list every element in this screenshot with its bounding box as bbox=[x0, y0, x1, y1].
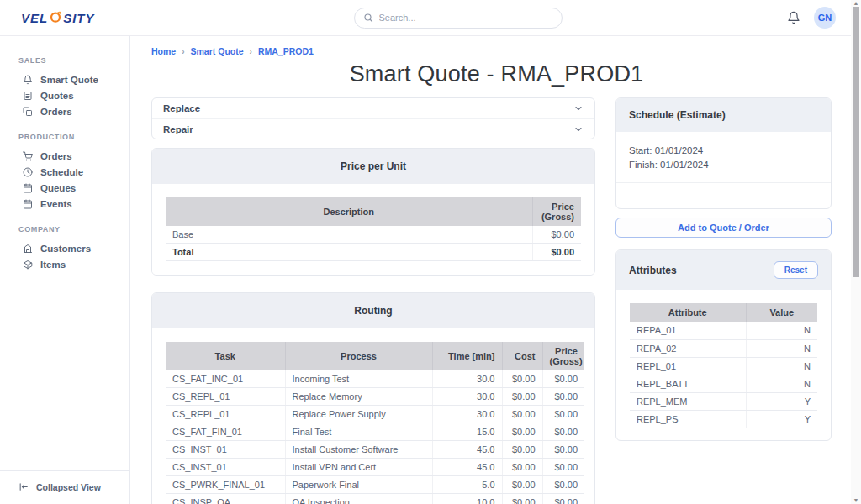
breadcrumb-home[interactable]: Home bbox=[151, 46, 176, 56]
routing-task-cell: CS_INSP_QA bbox=[166, 494, 285, 504]
routing-cost-cell: $0.00 bbox=[502, 370, 542, 388]
breadcrumb-current[interactable]: RMA_PROD1 bbox=[258, 46, 314, 56]
routing-price-cell: $0.00 bbox=[542, 459, 584, 476]
routing-cost-cell: $0.00 bbox=[502, 476, 542, 494]
attributes-title: Attributes bbox=[629, 265, 677, 276]
attributes-table: Attribute Value REPA_01 N bbox=[630, 303, 817, 428]
notifications-bell-icon[interactable] bbox=[787, 11, 800, 24]
sidebar-item-quotes[interactable]: Quotes bbox=[0, 87, 129, 103]
clock-icon bbox=[23, 167, 33, 177]
routing-task-cell: CS_INST_01 bbox=[166, 441, 285, 459]
routing-time-cell: 15.0 bbox=[432, 423, 502, 441]
routing-row: CS_INST_01 Install Customer Software 45.… bbox=[166, 441, 584, 459]
routing-process-cell: Final Test bbox=[285, 423, 432, 441]
document-icon bbox=[23, 91, 33, 101]
page-title: Smart Quote - RMA_PROD1 bbox=[151, 61, 842, 87]
attribute-row: REPL_01 N bbox=[630, 357, 817, 375]
attribute-value-cell: Y bbox=[746, 392, 817, 410]
attribute-value-cell: N bbox=[746, 375, 817, 392]
sidebar-item-events[interactable]: Events bbox=[0, 196, 129, 212]
routing-time-cell: 30.0 bbox=[432, 388, 502, 406]
sidebar-label: Queues bbox=[40, 183, 76, 193]
price-col-price-gross: Price (Gross) bbox=[532, 197, 581, 226]
sidebar-item-customers[interactable]: Customers bbox=[0, 240, 129, 256]
search-box[interactable] bbox=[354, 8, 563, 29]
price-value-cell: $0.00 bbox=[532, 226, 581, 244]
page-scrollbar[interactable]: ▲ ▼ bbox=[851, 0, 861, 504]
price-description-cell: Base bbox=[166, 226, 532, 244]
scrollbar-thumb[interactable] bbox=[853, 7, 859, 277]
main-content: Home › Smart Quote › RMA_PROD1 Smart Quo… bbox=[130, 36, 861, 504]
routing-process-cell: Incoming Test bbox=[285, 370, 432, 388]
sidebar-item-production-orders[interactable]: Orders bbox=[0, 148, 129, 164]
attribute-name-cell: REPL_PS bbox=[630, 410, 746, 428]
routing-task-cell: CS_INST_01 bbox=[166, 459, 285, 476]
breadcrumb-smart-quote[interactable]: Smart Quote bbox=[191, 46, 244, 56]
search-icon bbox=[363, 13, 373, 23]
user-avatar[interactable]: GN bbox=[814, 7, 836, 29]
sidebar-item-schedule[interactable]: Schedule bbox=[0, 164, 129, 180]
routing-process-cell: Install Customer Software bbox=[285, 441, 432, 459]
schedule-finish: Finish: 01/01/2024 bbox=[629, 158, 818, 172]
top-bar: VEL SITY GN bbox=[0, 0, 861, 36]
scrollbar-up-arrow[interactable]: ▲ bbox=[851, 0, 861, 6]
attribute-row: REPL_MEM Y bbox=[630, 392, 817, 410]
sidebar-section-company: COMPANY bbox=[18, 225, 129, 234]
attribute-value-cell: N bbox=[746, 339, 817, 357]
accordion-repair[interactable]: Repair bbox=[152, 118, 594, 139]
routing-task-cell: CS_FAT_INC_01 bbox=[166, 370, 285, 388]
collapse-sidebar-toggle[interactable]: Collapsed View bbox=[0, 470, 129, 504]
routing-time-cell: 45.0 bbox=[432, 441, 502, 459]
routing-cost-cell: $0.00 bbox=[502, 494, 542, 504]
reset-button[interactable]: Reset bbox=[774, 261, 818, 279]
price-per-unit-table: Description Price (Gross) Base $0.00 bbox=[166, 197, 581, 261]
top-right-actions: GN bbox=[769, 7, 849, 29]
velosity-logo[interactable]: VEL SITY bbox=[21, 10, 147, 25]
attribute-name-cell: REPA_02 bbox=[630, 339, 746, 357]
add-to-quote-order-button[interactable]: Add to Quote / Order bbox=[615, 218, 832, 238]
chevron-down-icon bbox=[573, 124, 584, 134]
routing-price-cell: $0.00 bbox=[542, 476, 584, 494]
routing-price-cell: $0.00 bbox=[542, 388, 584, 406]
routing-task-cell: CS_REPL_01 bbox=[166, 406, 285, 423]
routing-price-cell: $0.00 bbox=[542, 494, 584, 504]
routing-price-cell: $0.00 bbox=[542, 370, 584, 388]
price-value-cell: $0.00 bbox=[532, 244, 581, 261]
routing-cost-cell: $0.00 bbox=[502, 406, 542, 423]
collapse-left-icon bbox=[18, 481, 29, 492]
sidebar-item-smart-quote[interactable]: Smart Quote bbox=[0, 71, 129, 87]
collapse-label: Collapsed View bbox=[36, 482, 101, 492]
routing-price-cell: $0.00 bbox=[542, 423, 584, 441]
routing-col-cost: Cost bbox=[502, 342, 542, 370]
search-input[interactable] bbox=[379, 13, 553, 23]
routing-cost-cell: $0.00 bbox=[502, 441, 542, 459]
sidebar-section-sales: SALES bbox=[18, 56, 129, 65]
attribute-name-cell: REPA_01 bbox=[630, 322, 746, 339]
routing-row: CS_FAT_INC_01 Incoming Test 30.0 $0.00 $… bbox=[166, 370, 584, 388]
accordion-replace[interactable]: Replace bbox=[152, 98, 594, 118]
schedule-start: Start: 01/01/2024 bbox=[629, 144, 818, 158]
scrollbar-down-arrow[interactable]: ▼ bbox=[851, 497, 861, 503]
price-description-cell: Total bbox=[166, 244, 532, 261]
routing-row: CS_PWRK_FINAL_01 Paperwork Final 5.0 $0.… bbox=[166, 476, 584, 494]
sidebar-label: Smart Quote bbox=[40, 75, 98, 85]
attr-col-attribute: Attribute bbox=[630, 303, 746, 322]
sidebar-label: Orders bbox=[40, 107, 72, 117]
sidebar-item-items[interactable]: Items bbox=[0, 256, 129, 272]
sidebar-item-queues[interactable]: Queues bbox=[0, 180, 129, 196]
attribute-value-cell: N bbox=[746, 357, 817, 375]
cart-icon bbox=[23, 151, 33, 161]
attribute-row: REPA_02 N bbox=[630, 339, 817, 357]
attribute-row: REPL_PS Y bbox=[630, 410, 817, 428]
logo-text-post: SITY bbox=[63, 11, 94, 25]
routing-col-time: Time [min] bbox=[432, 342, 502, 370]
routing-process-cell: Install VPN and Cert bbox=[285, 459, 432, 476]
attribute-value-cell: N bbox=[746, 322, 817, 339]
sidebar-item-sales-orders[interactable]: Orders bbox=[0, 103, 129, 119]
sidebar: SALES Smart Quote Quotes Orders PRODUCTI… bbox=[0, 36, 130, 504]
attributes-card: Attributes Reset Attribute Value bbox=[615, 249, 832, 441]
routing-task-cell: CS_REPL_01 bbox=[166, 388, 285, 406]
routing-time-cell: 30.0 bbox=[432, 370, 502, 388]
routing-row: CS_REPL_01 Replace Memory 30.0 $0.00 $0.… bbox=[166, 388, 584, 406]
sidebar-label: Items bbox=[40, 260, 66, 270]
